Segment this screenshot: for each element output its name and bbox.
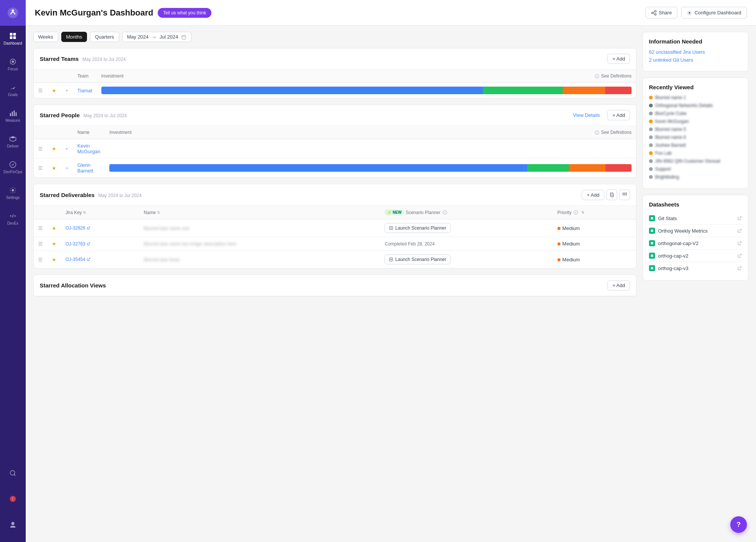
see-definitions-people[interactable]: See Definitions — [595, 130, 632, 135]
sidebar-item-goals[interactable]: Goals — [0, 77, 26, 103]
starred-deliverables-add-button[interactable]: + Add — [582, 190, 604, 200]
list-item[interactable]: Orthog Weekly Metrics — [649, 225, 742, 237]
copy-icon-btn[interactable] — [607, 189, 617, 200]
recently-text-5: Blurred name 5 — [655, 127, 686, 132]
info-link-git[interactable]: 2 unlinked Git Users — [649, 57, 742, 63]
help-button[interactable]: ? — [730, 516, 747, 533]
sidebar-item-devfinops[interactable]: DevFinOps — [0, 154, 26, 180]
grid-icon-btn[interactable] — [619, 189, 630, 200]
investment-bar-glenn — [109, 164, 632, 172]
info-link-jira[interactable]: 62 unclassified Jira Users — [649, 49, 742, 55]
list-item[interactable]: Brightbiding — [649, 174, 742, 180]
drag-d1[interactable]: ☰ — [34, 219, 47, 237]
drag-d3[interactable]: ☰ — [34, 251, 47, 269]
tab-weeks[interactable]: Weeks — [33, 32, 58, 42]
list-item[interactable]: Orthogonal Networks Details — [649, 103, 742, 108]
th-drag-p — [34, 126, 47, 139]
external-link-icon-1 — [87, 226, 90, 230]
new-badge: NEW — [385, 210, 404, 215]
svg-rect-30 — [622, 194, 624, 196]
sidebar-logo[interactable] — [0, 0, 26, 26]
star-d2[interactable]: ★ — [47, 237, 61, 251]
list-item[interactable]: Joohee Barnett — [649, 143, 742, 148]
starred-deliverables-table: Jira Key ⇅ Name ⇅ — [34, 206, 636, 268]
sidebar-item-alerts[interactable]: ! — [0, 486, 26, 512]
sidebar-item-settings[interactable]: Settings — [0, 180, 26, 206]
share-button[interactable]: Share — [646, 7, 678, 19]
starred-teams-add-button[interactable]: + Add — [607, 54, 630, 64]
expand-toggle-km[interactable]: + — [61, 139, 73, 158]
date-range-picker[interactable]: May 2024 → Jul 2024 — [122, 32, 191, 42]
list-item[interactable]: Blurred name 6 — [649, 135, 742, 140]
list-item[interactable]: Support — [649, 166, 742, 172]
expand-toggle[interactable]: + — [61, 83, 73, 98]
list-item[interactable]: Foo Lab — [649, 151, 742, 156]
tab-quarters[interactable]: Quarters — [90, 32, 119, 42]
see-definitions-teams[interactable]: See Definitions — [595, 73, 632, 79]
th-star — [47, 70, 61, 83]
sidebar-item-deliver[interactable]: Deliver — [0, 129, 26, 154]
view-details-link[interactable]: View Details — [573, 112, 600, 118]
priority-d1: Medium — [553, 219, 636, 237]
list-item[interactable]: orthog-cap-v2 — [649, 250, 742, 262]
star-toggle[interactable]: ★ — [47, 83, 61, 98]
sort-priority[interactable]: ⇅ — [581, 210, 584, 214]
list-item[interactable]: orthog-cap-v3 — [649, 262, 742, 274]
svg-rect-2 — [10, 33, 12, 36]
drag-handle-gb[interactable]: ☰ — [34, 158, 47, 178]
launch-scenario-btn-1[interactable]: Launch Scenario Planner — [385, 223, 450, 233]
person-link-glenn[interactable]: Glenn Barnett — [78, 162, 93, 174]
scenario-d2: Completed Feb 28, 2024 — [380, 237, 553, 251]
bar-seg-red-gb — [605, 164, 632, 172]
list-item[interactable]: Kevin McGurgan — [649, 119, 742, 124]
list-item[interactable]: Git Stats — [649, 212, 742, 225]
person-name-cell-km: Kevin McGurgan — [73, 139, 105, 158]
team-link-tiamat[interactable]: Tiamat — [78, 88, 92, 93]
sidebar-item-focus[interactable]: Focus — [0, 51, 26, 77]
sidebar-item-devex[interactable]: DevEx — [0, 206, 26, 231]
person-link-kevin[interactable]: Kevin McGurgan — [78, 143, 101, 154]
list-item[interactable]: JIN-9562 QIN Customer Glossal — [649, 158, 742, 164]
recently-text-9: JIN-9562 QIN Customer Glossal — [655, 158, 720, 164]
ext-link-1 — [737, 216, 742, 221]
svg-point-17 — [11, 522, 14, 525]
sort-jira-key[interactable]: ⇅ — [83, 210, 86, 214]
tab-months[interactable]: Months — [61, 32, 87, 42]
starred-teams-table: Team Investment See Definitions — [34, 70, 636, 98]
recently-text-4: Kevin McGurgan — [655, 119, 689, 124]
expand-toggle-gb[interactable]: + — [61, 158, 73, 178]
launch-scenario-btn-3[interactable]: Launch Scenario Planner — [385, 255, 450, 264]
list-item[interactable]: Blurred name 1 — [649, 95, 742, 100]
bar-seg-green-gb — [527, 164, 569, 172]
starred-allocation-add-button[interactable]: + Add — [607, 280, 630, 290]
list-item[interactable]: BlurCycle Cube — [649, 111, 742, 116]
star-toggle-gb[interactable]: ★ — [47, 158, 61, 178]
jira-link-3[interactable]: OJ-35454 — [65, 257, 135, 262]
jira-link-2[interactable]: OJ-32763 — [65, 241, 135, 247]
sidebar-item-profile[interactable] — [0, 512, 26, 537]
recently-dot-8 — [649, 151, 653, 155]
starred-allocation-card: Starred Allocation Views + Add — [33, 275, 636, 297]
datasheets-card: Datasheets Git Stats Orthog Weekly Metri… — [643, 195, 748, 281]
datasheet-icon-1 — [649, 215, 655, 221]
jira-link-1[interactable]: OJ-32826 — [65, 225, 135, 231]
svg-rect-37 — [651, 217, 653, 219]
drag-d2[interactable]: ☰ — [34, 237, 47, 251]
starred-people-add-button[interactable]: + Add — [607, 110, 630, 120]
list-item[interactable]: orthogonal-cap-V2 — [649, 237, 742, 250]
feedback-button[interactable]: Tell us what you think — [158, 8, 211, 18]
drag-handle[interactable]: ☰ — [34, 83, 47, 98]
svg-point-0 — [8, 8, 18, 18]
list-item[interactable]: Blurred name 5 — [649, 127, 742, 132]
sidebar-item-search[interactable] — [0, 460, 26, 486]
configure-dashboard-button[interactable]: Configure Dashboard — [681, 7, 747, 19]
star-d1[interactable]: ★ — [47, 219, 61, 237]
sidebar-item-focus-label: Focus — [8, 67, 18, 71]
star-d3[interactable]: ★ — [47, 251, 61, 269]
sidebar-item-dashboard[interactable]: Dashboard — [0, 26, 26, 51]
sidebar-item-measure[interactable]: Measure — [0, 103, 26, 129]
sort-name-d[interactable]: ⇅ — [157, 210, 160, 214]
star-toggle-km[interactable]: ★ — [47, 139, 61, 158]
starred-people-title: Starred People — [40, 112, 80, 118]
drag-handle-km[interactable]: ☰ — [34, 139, 47, 158]
